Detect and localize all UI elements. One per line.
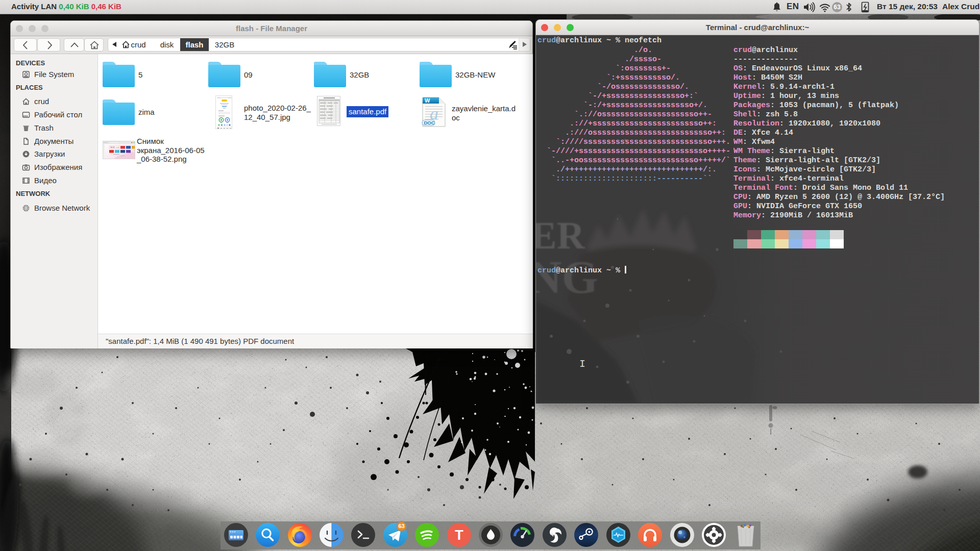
svg-text:DOC: DOC	[424, 120, 435, 126]
svg-text:NG: NG	[536, 251, 598, 303]
svg-text:T: T	[455, 528, 463, 543]
svg-text:W: W	[425, 97, 430, 104]
svg-text:ER: ER	[536, 214, 585, 257]
svg-text:card: card	[116, 146, 119, 148]
svg-text:SALE: SALE	[110, 146, 115, 148]
